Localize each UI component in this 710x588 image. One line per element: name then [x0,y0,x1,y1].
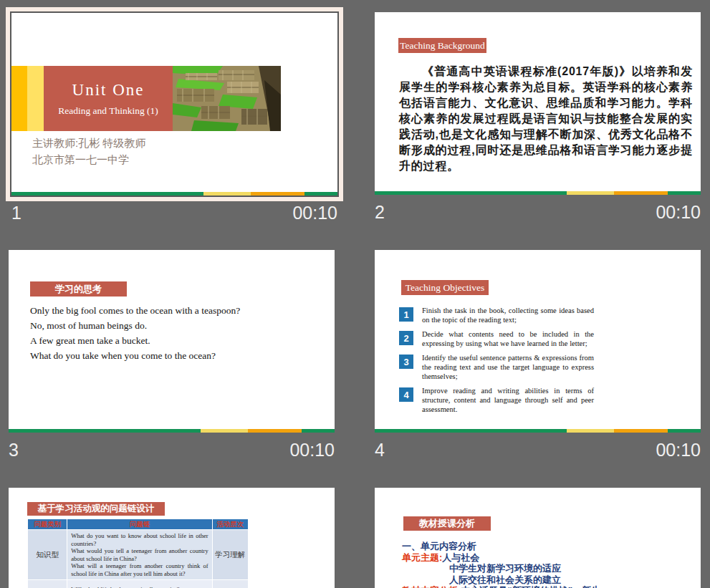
slide-thumbnail-6[interactable]: 教材授课分析 一、单元内容分析 单元主题:人与社会 中学生对新学习环境的适应 人… [375,488,701,588]
reflection-questions: Only the big fool comes to the ocean wit… [30,303,240,363]
column-header: 问题链 [67,519,212,530]
analysis-label: 单元主题: [402,552,442,563]
banner-title-block: Unit One Reading and Thinking (1) [44,66,173,131]
slide-number[interactable]: 4 [375,440,385,461]
quote-line: Only the big fool comes to the ocean wit… [30,303,240,318]
banner-yellow-bar [27,66,44,131]
slide-duration: 00:10 [656,202,701,223]
objective-item: 4 Improve reading and writing abilities … [399,386,600,414]
question-text: What would you tell a teenager from anot… [71,547,208,562]
objective-text: Decide what contents need to be included… [422,329,594,348]
bar-seg-green2 [304,192,337,196]
objective-item: 2 Decide what contents need to be includ… [399,329,600,348]
bar-seg-yellow [203,192,251,196]
analysis-line: 教材内容分析:中心话题是“新环境的挑战”。新生 [402,585,600,588]
column-header: 问题类别 [28,519,67,530]
analysis-value: 中心话题是“新环境的挑战”。新生 [461,585,600,588]
objective-text: Finish the task in the book, collecting … [422,306,594,324]
slide-label-row-2: 2 00:10 [375,201,701,223]
title-banner: Unit One Reading and Thinking (1) [11,66,337,131]
slide-sorter-view: { "colors": { "background": "#686868", "… [0,0,710,588]
bar-seg-orange [248,429,302,433]
category-cell: 知识型 [28,530,67,580]
unit-analysis-text: 一、单元内容分析 单元主题:人与社会 中学生对新学习环境的适应 人际交往和社会关… [402,541,600,588]
section-header-chip: 学习的思考 [30,281,127,297]
slide-bottom-bar [11,192,337,196]
slide-duration: 00:10 [292,203,337,223]
slide-label-row-3: 3 00:10 [9,439,335,461]
slide-number[interactable]: 3 [9,440,19,461]
table-header-row: 问题类别 问题链 活动层次 [28,519,249,530]
category-cell: 分析型 [28,580,67,588]
bar-seg-yellow [567,429,614,433]
bar-seg-green1 [375,191,567,195]
analysis-line: 中学生对新学习环境的适应 [402,563,600,574]
slide-cell-2: Teaching Background 《普通高中英语课程标准(2017年版)》… [375,12,701,223]
bar-seg-green1 [9,429,201,433]
objectives-list: 1 Finish the task in the book, collectin… [399,306,600,414]
quote-line: A few great men take a bucket. [30,333,240,348]
objective-number-badge: 2 [399,331,413,345]
analysis-value: 人与社会 [442,552,479,563]
bar-seg-green2 [668,191,701,195]
bar-seg-green2 [302,429,335,433]
slide-number[interactable]: 1 [11,203,21,223]
section-header-chip: Teaching Background [398,38,486,53]
teaching-background-paragraph: 《普通高中英语课程标准(2017年版)》以培养和发展学生的学科核心素养为总目标。… [399,64,693,174]
slide-thumbnail-1[interactable]: Unit One Reading and Thinking (1) [11,13,337,196]
questions-cell: Will school life be the same in all coun… [67,584,211,588]
slide-duration: 00:10 [289,440,335,461]
slide-thumbnail-4[interactable]: Teaching Objectives 1 Finish the task in… [375,250,701,433]
bar-seg-green1 [11,192,203,196]
slide-number[interactable]: 2 [375,202,385,223]
machu-picchu-image [173,66,281,131]
objective-item: 1 Finish the task in the book, collectin… [399,306,600,324]
slide-cell-6: 教材授课分析 一、单元内容分析 单元主题:人与社会 中学生对新学习环境的适应 人… [375,488,701,588]
objective-number-badge: 3 [399,355,413,369]
slide-label-row-4: 4 00:10 [375,439,701,461]
slide-cell-4: Teaching Objectives 1 Finish the task in… [375,250,701,461]
questions-cell: What do you want to know about school li… [67,530,211,579]
table-row: 分析型 Will school life be the same in all … [28,580,249,588]
slide-cell-5: 基于学习活动观的问题链设计 问题类别 问题链 活动层次 知识型 What do … [9,488,335,588]
bar-seg-orange [614,429,668,433]
level-cell [212,580,248,588]
slide-cell-1: Unit One Reading and Thinking (1) [11,13,337,223]
analysis-line: 人际交往和社会关系的建立 [402,574,600,586]
slide-thumbnail-2[interactable]: Teaching Background 《普通高中英语课程标准(2017年版)》… [375,12,701,195]
bar-seg-orange [251,192,304,196]
bar-seg-orange [614,191,668,195]
slide-bottom-bar [375,191,701,195]
objective-number-badge: 1 [399,307,413,322]
quote-line: No, most of human beings do. [30,318,240,333]
bar-seg-yellow [201,429,248,433]
column-header: 活动层次 [212,519,248,530]
teacher-line2: 北京市第一七一中学 [32,151,145,168]
slide-bottom-bar [375,429,701,433]
slide-label-row-1: 1 00:10 [11,202,337,223]
bar-seg-green1 [375,429,567,433]
analysis-label: 教材内容分析: [402,585,461,588]
banner-orange-bar [11,66,27,131]
level-cell: 学习理解 [212,530,248,580]
objective-number-badge: 4 [399,387,413,402]
unit-subtitle: Reading and Thinking (1) [58,105,158,117]
section-header-chip: 基于学习活动观的问题链设计 [27,502,165,516]
section-header-chip: Teaching Objectives [401,280,489,295]
quote-line: What do you take when you come to the oc… [30,348,240,363]
slide-cell-3: 学习的思考 Only the big fool comes to the oce… [9,250,335,461]
objective-text: Improve reading and writing abilities in… [422,386,594,414]
question-text: What do you want to know about school li… [71,532,208,547]
slide-duration: 00:10 [656,440,701,461]
slide-thumbnail-3[interactable]: 学习的思考 Only the big fool comes to the oce… [9,250,335,433]
section-header-chip: 教材授课分析 [403,516,491,531]
slide-thumbnail-5[interactable]: 基于学习活动观的问题链设计 问题类别 问题链 活动层次 知识型 What do … [9,488,335,588]
objective-item: 3 Identify the useful sentence patterns … [399,353,600,381]
table-row: 知识型 What do you want to know about schoo… [28,530,249,580]
bar-seg-green2 [668,429,701,433]
analysis-line: 一、单元内容分析 [402,541,600,552]
question-text: What will a teenager from another countr… [71,562,208,577]
analysis-line: 单元主题:人与社会 [402,552,600,564]
objective-text: Identify the useful sentence patterns & … [422,353,594,381]
teacher-line1: 主讲教师:孔彬 特级教师 [32,135,145,151]
